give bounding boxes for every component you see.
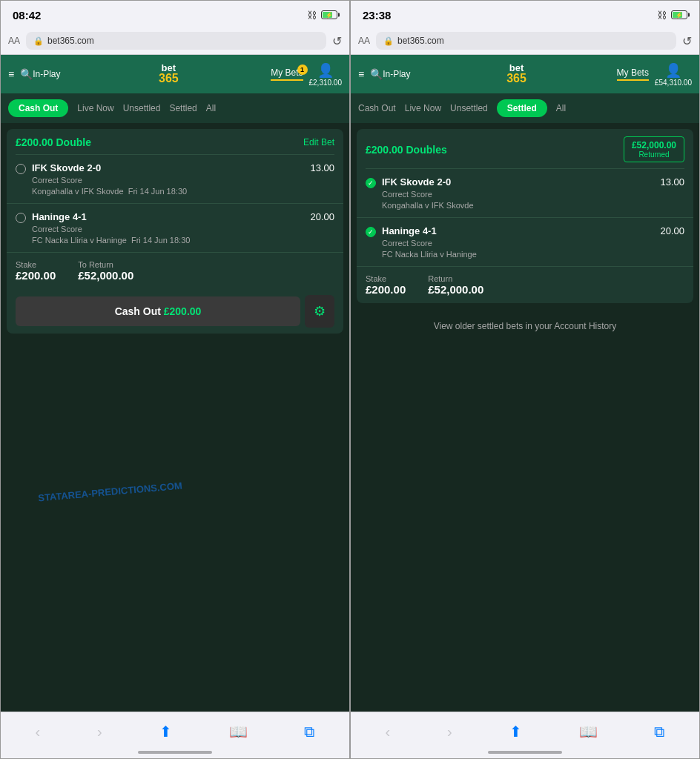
share-btn-right[interactable]: ⬆	[503, 720, 528, 743]
status-time-left: 08:42	[13, 9, 41, 21]
tabs-btn-left[interactable]: ⧉	[298, 720, 320, 743]
cashout-button-left[interactable]: Cash Out £200.00	[16, 296, 300, 326]
browser-url-left[interactable]: 🔒 bet365.com	[26, 32, 326, 50]
home-indicator-right	[351, 748, 699, 758]
sel1-odds-left: 13.00	[310, 162, 334, 173]
status-time-right: 23:38	[363, 9, 391, 21]
url-text-right: bet365.com	[397, 36, 444, 46]
browser-url-right[interactable]: 🔒 bet365.com	[376, 32, 676, 50]
sel2-indicator-right: ✓	[366, 227, 376, 237]
tab-settled-right[interactable]: Settled	[497, 99, 547, 117]
chain-icon-left: ⛓	[307, 10, 317, 21]
browser-nav-right: ‹ › ⬆ 📖 ⧉	[351, 712, 699, 748]
battery-right: ⚡	[671, 10, 687, 19]
menu-icon-right[interactable]: ≡	[358, 68, 364, 80]
browser-bar-right: AA 🔒 bet365.com ↺	[351, 27, 699, 55]
bookmark-btn-right[interactable]: 📖	[573, 720, 604, 743]
sel1-type-right: Correct Score	[382, 190, 474, 199]
tab-unsettled-left[interactable]: Unsettled	[123, 100, 161, 116]
bet-selection-1-right: ✓ IFK Skovde 2-0 Correct Score Kongahall…	[357, 169, 693, 218]
sel2-match-left: FC Nacka Lliria v Haninge Fri 14 Jun 18:…	[32, 236, 190, 245]
browser-nav-left: ‹ › ⬆ 📖 ⧉	[1, 712, 349, 748]
balance-right: £54,310.00	[655, 79, 692, 87]
view-older-right[interactable]: View older settled bets in your Account …	[351, 309, 699, 343]
balance-left: £2,310.00	[309, 79, 343, 87]
sel1-header-left: IFK Skovde 2-0 Correct Score Kongahalla …	[16, 162, 334, 196]
nav-menu-search-left[interactable]: ≡ 🔍	[8, 68, 33, 80]
sel2-header-right: ✓ Haninge 4-1 Correct Score FC Nacka Lli…	[366, 225, 684, 259]
sel2-indicator-left	[16, 213, 26, 223]
sel2-odds-left: 20.00	[310, 211, 334, 222]
nav-account-left[interactable]: 👤 £2,310.00	[309, 62, 343, 87]
forward-btn-left[interactable]: ›	[91, 720, 108, 743]
bookmark-btn-left[interactable]: 📖	[223, 720, 254, 743]
home-indicator-left	[1, 748, 349, 758]
tab-settled-left[interactable]: Settled	[169, 100, 197, 116]
nav-account-right[interactable]: 👤 £54,310.00	[655, 62, 692, 87]
tab-cashout-right[interactable]: Cash Out	[358, 100, 396, 116]
returned-badge-right: £52,000.00 Returned	[624, 136, 684, 162]
nav-bar-left: ≡ 🔍 In-Play bet 365 My Bets 1 👤 £2,310.0…	[1, 55, 349, 93]
bet-card-header-right: £200.00 Doubles £52,000.00 Returned	[357, 129, 693, 168]
nav-bar-right: ≡ 🔍 In-Play bet 365 My Bets 👤 £54,310.00	[351, 55, 699, 93]
stake-box-left: Stake £200.00	[16, 260, 56, 282]
back-btn-left[interactable]: ‹	[29, 720, 46, 743]
edit-bet-left[interactable]: Edit Bet	[303, 137, 334, 148]
sel2-info-right: Haninge 4-1 Correct Score FC Nacka Lliri…	[382, 225, 477, 259]
nav-mybets-left[interactable]: My Bets 1	[271, 67, 303, 81]
sel1-odds-right: 13.00	[660, 176, 684, 188]
bet-card-header-left: £200.00 Double Edit Bet	[7, 129, 343, 154]
stake-box-right: Stake £200.00	[366, 274, 406, 296]
nav-logo-left: bet 365	[67, 63, 271, 85]
sel1-name-left: IFK Skovde 2-0	[32, 162, 187, 173]
bet-footer-left: Stake £200.00 To Return £52,000.00	[7, 253, 343, 289]
reload-btn-right[interactable]: ↺	[682, 34, 692, 48]
bet-selection-1-left: IFK Skovde 2-0 Correct Score Kongahalla …	[7, 155, 343, 204]
return-box-right: Return £52,000.00	[428, 274, 483, 296]
bet-footer-right: Stake £200.00 Return £52,000.00	[357, 267, 693, 303]
browser-aa-right[interactable]: AA	[358, 36, 370, 46]
nav-mybets-right[interactable]: My Bets	[617, 67, 649, 81]
return-box-left: To Return £52,000.00	[78, 260, 133, 282]
tab-all-left[interactable]: All	[206, 100, 216, 116]
bet-selection-2-left: Haninge 4-1 Correct Score FC Nacka Lliri…	[7, 204, 343, 253]
nav-inplay-right[interactable]: In-Play	[383, 69, 410, 79]
tab-livenow-left[interactable]: Live Now	[77, 100, 113, 116]
status-icons-right: ⛓ ⚡	[657, 10, 687, 21]
stake-return-right: Stake £200.00 Return £52,000.00	[366, 274, 684, 296]
lock-icon-left: 🔒	[33, 36, 44, 46]
search-icon-right[interactable]: 🔍	[370, 68, 383, 80]
lock-icon-right: 🔒	[383, 36, 394, 46]
left-phone: 08:42 ⛓ ⚡ AA 🔒 bet365.com ↺	[0, 0, 350, 759]
nav-menu-search-right[interactable]: ≡ 🔍	[358, 68, 383, 80]
sel2-header-left: Haninge 4-1 Correct Score FC Nacka Lliri…	[16, 211, 334, 245]
status-bar-right: 23:38 ⛓ ⚡	[351, 1, 699, 27]
sel1-info-left: IFK Skovde 2-0 Correct Score Kongahalla …	[32, 162, 187, 196]
share-btn-left[interactable]: ⬆	[153, 720, 178, 743]
bet-card-left: £200.00 Double Edit Bet IFK Skovde 2-0 C…	[7, 129, 343, 334]
tab-unsettled-right[interactable]: Unsettled	[450, 100, 488, 116]
account-icon-right: 👤	[665, 62, 681, 79]
tab-all-right[interactable]: All	[556, 100, 566, 116]
menu-icon-left[interactable]: ≡	[8, 68, 14, 80]
cashout-settings-left[interactable]: ⚙	[305, 295, 334, 328]
nav-logo-right: bet 365	[417, 63, 617, 85]
sel1-name-right: IFK Skovde 2-0	[382, 176, 474, 188]
content-area-left: STATAREA-PREDICTIONS.COM £200.00 Double …	[1, 123, 349, 712]
reload-btn-left[interactable]: ↺	[332, 34, 342, 48]
status-bar-left: 08:42 ⛓ ⚡	[1, 1, 349, 27]
forward-btn-right[interactable]: ›	[441, 720, 458, 743]
back-btn-right[interactable]: ‹	[379, 720, 396, 743]
watermark-left: STATAREA-PREDICTIONS.COM	[38, 480, 183, 504]
tab-cashout-left[interactable]: Cash Out	[8, 99, 68, 117]
sel2-name-left: Haninge 4-1	[32, 211, 190, 222]
browser-aa-left[interactable]: AA	[8, 36, 20, 46]
search-icon-left[interactable]: 🔍	[20, 68, 33, 80]
sel1-header-right: ✓ IFK Skovde 2-0 Correct Score Kongahall…	[366, 176, 684, 210]
nav-inplay-left[interactable]: In-Play	[33, 69, 60, 79]
sel2-type-right: Correct Score	[382, 239, 477, 248]
tabs-btn-right[interactable]: ⧉	[648, 720, 670, 743]
cashout-btn-row-left: Cash Out £200.00 ⚙	[7, 289, 343, 334]
tab-livenow-right[interactable]: Live Now	[405, 100, 441, 116]
filter-tabs-right: Cash Out Live Now Unsettled Settled All	[351, 93, 699, 123]
